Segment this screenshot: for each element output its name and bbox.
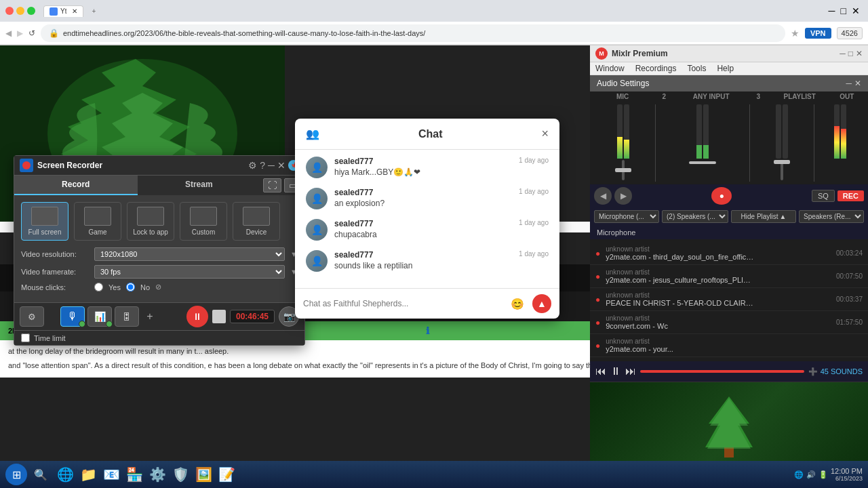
taskbar-apps: 🌐 📁 📧 🏪 ⚙️ 🛡️ 🖼️ 📝: [54, 464, 791, 485]
mixlr-window-controls: ─ □ ✕: [840, 49, 863, 58]
playlist-item-3[interactable]: ● unknown artist 9convert.com - Wc 01:57…: [590, 311, 868, 334]
mouse-no-radio[interactable]: [126, 283, 135, 291]
prev-channel-btn[interactable]: ◀: [594, 187, 612, 205]
hide-playlist-btn[interactable]: Hide Playlist ▲: [731, 210, 796, 223]
out-header: OUT: [829, 93, 864, 100]
audio-minimize[interactable]: ─: [846, 79, 852, 88]
recorder-settings-icon[interactable]: ⚙: [248, 160, 257, 171]
recorder-title-area: Screen Recorder: [20, 159, 102, 172]
forward-btn[interactable]: ▶: [17, 28, 23, 38]
mouse-yes-radio[interactable]: [94, 283, 103, 291]
custom-mode[interactable]: Custom: [180, 202, 227, 241]
sq-button[interactable]: SQ: [812, 190, 835, 202]
video-framerate-dropdown[interactable]: 30 fps: [94, 265, 285, 279]
taskbar-app-notes[interactable]: 📝: [216, 464, 237, 485]
recorder-help-icon[interactable]: ?: [260, 160, 265, 171]
msg-content-1: sealed777 1 day ago an explosion?: [334, 188, 549, 209]
speakers-channel-select[interactable]: (2) Speakers (...: [662, 210, 728, 223]
taskbar-app-photos[interactable]: 🖼️: [193, 464, 214, 485]
stream-tab[interactable]: Stream: [138, 176, 261, 195]
pause-rec-btn[interactable]: ⏸: [186, 306, 208, 327]
playlist-item-2[interactable]: ● unknown artist PEACE IN CHRIST - 5-YEA…: [590, 288, 868, 311]
settings-footer-btn[interactable]: ⚙: [20, 306, 44, 327]
taskbar-app-store[interactable]: 🏪: [123, 464, 145, 485]
mouse-clicks-row: Mouse clicks: Yes No ⊘: [21, 283, 298, 291]
fullscreen-view-btn[interactable]: ⛶: [263, 178, 281, 192]
taskbar-app-security[interactable]: 🛡️: [170, 464, 191, 485]
taskbar-app-mail[interactable]: 📧: [100, 464, 122, 485]
time-limit-label: Time limit: [34, 334, 66, 342]
game-mode[interactable]: Game: [74, 202, 121, 241]
bookmark-btn[interactable]: ★: [791, 28, 800, 39]
effects-btn[interactable]: 🎛: [115, 306, 139, 327]
taskbar-app-settings[interactable]: ⚙️: [146, 464, 168, 485]
lock-app-mode[interactable]: Lock to app: [127, 202, 174, 241]
audio-level-btn[interactable]: 📊: [87, 306, 112, 327]
time-limit-checkbox[interactable]: [21, 333, 30, 342]
chat-input-field[interactable]: [303, 299, 502, 308]
yes-label: Yes: [108, 283, 121, 291]
avatar-0: 👤: [306, 157, 328, 178]
mic-fader-handle[interactable]: [615, 168, 631, 172]
video-framerate-label: Video framerate:: [21, 268, 89, 276]
mic-footer-btn[interactable]: 🎙: [60, 306, 85, 327]
menu-window[interactable]: Window: [595, 64, 625, 73]
stop-rec-btn[interactable]: [212, 310, 226, 323]
sounds-button[interactable]: ➕ 45 SOUNDS: [808, 367, 863, 376]
menu-recordings[interactable]: Recordings: [635, 64, 677, 73]
menu-help[interactable]: Help: [717, 64, 734, 73]
menu-tools[interactable]: Tools: [687, 64, 706, 73]
mixlr-maximize[interactable]: □: [848, 49, 853, 58]
start-btn[interactable]: ⊞: [5, 464, 27, 485]
tab-title[interactable]: Yt: [60, 7, 66, 15]
playlist-item-1[interactable]: ● unknown artist y2mate.com - jesus_cult…: [590, 265, 868, 288]
pl-title-3: 9convert.com - Wc: [606, 322, 755, 330]
emoji-btn[interactable]: 😊: [508, 294, 527, 313]
any-input-vu-l: [696, 104, 702, 159]
tray-sound[interactable]: 🔊: [806, 470, 816, 479]
chat-close-btn[interactable]: ×: [541, 127, 549, 141]
device-mode[interactable]: Device: [233, 202, 280, 241]
recorder-close-icon[interactable]: ✕: [277, 160, 285, 171]
video-resolution-dropdown[interactable]: 1920x1080: [94, 247, 285, 261]
rec-timer-display: 00:46:45: [230, 310, 275, 323]
new-tab-btn[interactable]: +: [86, 5, 101, 17]
any-input-h-fader[interactable]: [689, 161, 716, 164]
mixlr-close[interactable]: ✕: [856, 49, 863, 58]
tray-battery[interactable]: 🔋: [818, 470, 828, 479]
recorder-minimize[interactable]: ─: [268, 160, 275, 171]
audio-close[interactable]: ✕: [854, 79, 861, 88]
minimize-btn[interactable]: ─: [829, 5, 835, 16]
maximize-btn[interactable]: □: [841, 5, 846, 16]
back-btn[interactable]: ◀: [5, 28, 12, 38]
address-field[interactable]: 🔒 endtimeheadlines.org/2023/06/the-bible…: [41, 24, 785, 42]
taskbar-app-chrome[interactable]: 🌐: [54, 464, 76, 485]
pb-next[interactable]: ⏭: [625, 365, 636, 378]
tray-network[interactable]: 🌐: [794, 470, 804, 479]
close-btn[interactable]: ✕: [852, 5, 860, 16]
output-channel-select[interactable]: Speakers (Re...: [799, 210, 864, 223]
full-screen-mode[interactable]: Full screen: [21, 202, 68, 241]
pl-bullet-4: ●: [595, 341, 600, 350]
pb-prev[interactable]: ⏮: [595, 365, 606, 378]
pb-play[interactable]: ⏸: [610, 365, 621, 378]
tab-close[interactable]: ✕: [72, 7, 77, 15]
refresh-btn[interactable]: ↺: [28, 28, 35, 38]
search-taskbar-btn[interactable]: 🔍: [30, 464, 52, 485]
chat-panel: 👥 Chat × 👤 sealed777 1 day ago hiya Mark…: [295, 119, 559, 319]
mic-channel-select[interactable]: Microphone (...: [594, 210, 659, 223]
playlist-item-0[interactable]: ● unknown artist y2mate.com - third_day_…: [590, 242, 868, 265]
pb-progress[interactable]: [640, 370, 804, 373]
next-channel-btn[interactable]: ▶: [614, 187, 632, 205]
extension-vpn[interactable]: VPN: [805, 28, 831, 39]
taskbar-app-files[interactable]: 📁: [77, 464, 99, 485]
record-channel-btn[interactable]: ●: [711, 187, 732, 205]
playlist-item-4[interactable]: ● unknown artist y2mate.com - your...: [590, 334, 868, 357]
add-btn[interactable]: +: [142, 308, 158, 325]
pl-fader-handle[interactable]: [774, 160, 790, 164]
mixlr-minimize[interactable]: ─: [840, 49, 846, 58]
lock-app-icon: [137, 207, 164, 226]
pl-vu-r: [783, 104, 788, 159]
record-tab[interactable]: Record: [14, 176, 138, 195]
chat-send-btn[interactable]: ▲: [532, 294, 551, 313]
